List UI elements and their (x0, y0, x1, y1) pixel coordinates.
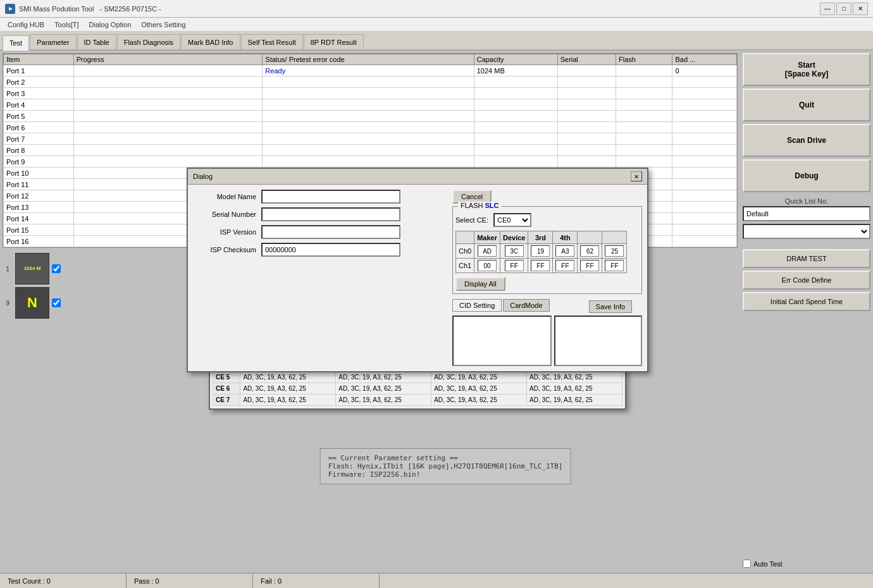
quick-list-input[interactable] (743, 206, 870, 221)
close-button[interactable]: ✕ (853, 3, 868, 15)
flash-section: FLASH SLC Select CE: CE0 (452, 206, 642, 294)
scan-drive-button[interactable]: Scan Drive (743, 124, 870, 157)
menu-dialog-option[interactable]: Dialog Option (84, 20, 137, 30)
window-controls: — □ ✕ (820, 3, 868, 15)
menu-others-setting[interactable]: Others Setting (136, 20, 190, 30)
ch0-3rd[interactable] (531, 245, 550, 257)
card-mode-tab[interactable]: CardMode (503, 299, 549, 312)
ce-select[interactable]: CE0 (493, 213, 531, 227)
initial-card-button[interactable]: Initial Card Spend Time (743, 292, 870, 311)
tab-self-test-result[interactable]: Self Test Result (241, 34, 303, 49)
ch1-4th[interactable] (555, 260, 574, 271)
flash-col-3rd: 3rd (528, 231, 553, 244)
flash-col-5th (578, 231, 602, 244)
main-dialog-titlebar: Dialog ✕ (188, 169, 647, 185)
flash-id-row: CE 6 AD, 3C, 19, A3, 62, 25 AD, 3C, 19, … (213, 383, 622, 395)
serial-number-row: Serial Number (193, 207, 447, 221)
auto-test-row: Auto Test (743, 557, 870, 570)
app-icon: ▶ (5, 4, 15, 14)
isp-checksum-input[interactable] (261, 243, 400, 257)
auto-test-checkbox[interactable] (743, 560, 751, 568)
tab-test[interactable]: Test (3, 35, 29, 51)
fid-ch3-value: AD, 3C, 19, A3, 62, 25 (527, 395, 622, 406)
select-ce-label: Select CE: (455, 216, 488, 224)
ch0-5th[interactable] (580, 245, 599, 257)
ch1-6th[interactable] (605, 260, 624, 271)
sidebar: Start [Space Key] Quit Scan Drive Debug … (740, 51, 873, 573)
statusbar: Test Count : 0 Pass : 0 Fail : 0 (0, 573, 873, 588)
center-panel: Item Progress Status/ Pretest error code… (0, 51, 740, 573)
flash-ch1-label: Ch1 (456, 259, 474, 273)
fid-ch2-value: AD, 3C, 19, A3, 62, 25 (431, 372, 527, 383)
dialog-textarea-right[interactable] (554, 315, 642, 366)
minimize-button[interactable]: — (820, 3, 835, 15)
fid-ch3-value: AD, 3C, 19, A3, 62, 25 (527, 383, 622, 395)
flash-col-4th: 4th (553, 231, 578, 244)
fid-ce-label: CE 7 (213, 395, 240, 406)
cid-setting-tab[interactable]: CID Setting (452, 299, 502, 312)
display-all-button[interactable]: Display All (455, 277, 505, 291)
tabbar: Test Parameter ID Table Flash Diagnosis … (0, 32, 873, 51)
serial-number-input[interactable] (261, 207, 400, 221)
flash-id-table: Maker Device 3rd 4th (455, 231, 627, 273)
main-dialog-close[interactable]: ✕ (631, 171, 642, 181)
isp-version-row: ISP Version (193, 225, 447, 239)
ch0-device[interactable] (505, 245, 524, 257)
fid-ch0-value: AD, 3C, 19, A3, 62, 25 (240, 372, 336, 383)
model-name-row: Model Name (193, 190, 447, 204)
ch0-4th[interactable] (555, 245, 574, 257)
tab-mark-bad-info[interactable]: Mark BAD Info (181, 34, 240, 49)
dialog-bottom-tabs: CID Setting CardMode (452, 299, 550, 312)
flash-id-row: CE 5 AD, 3C, 19, A3, 62, 25 AD, 3C, 19, … (213, 372, 622, 383)
flash-legend: FLASH SLC (458, 202, 502, 209)
isp-checksum-label: ISP Checksum (193, 246, 256, 254)
fid-ch1-value: AD, 3C, 19, A3, 62, 25 (336, 395, 431, 406)
status-fail: Fail : 0 (253, 573, 380, 588)
flash-col-device: Device (500, 231, 528, 244)
fid-ch2-value: AD, 3C, 19, A3, 62, 25 (431, 383, 527, 395)
isp-version-input[interactable] (261, 225, 400, 239)
dialog-overlay: Dialog ✕ Model Name Serial Number (0, 51, 740, 573)
maximize-button[interactable]: □ (836, 3, 851, 15)
debug-button[interactable]: Debug (743, 159, 870, 192)
main-dialog-content: Model Name Serial Number ISP Version (188, 185, 647, 371)
fid-ch0-value: AD, 3C, 19, A3, 62, 25 (240, 395, 336, 406)
ch1-maker[interactable] (478, 260, 497, 271)
isp-version-label: ISP Version (193, 228, 256, 236)
fid-ch3-value: AD, 3C, 19, A3, 62, 25 (527, 372, 622, 383)
flash-id-row: CE 7 AD, 3C, 19, A3, 62, 25 AD, 3C, 19, … (213, 395, 622, 406)
ch1-device[interactable] (505, 260, 524, 271)
fid-ce-label: CE 5 (213, 372, 240, 383)
tab-8p-rdt-result[interactable]: 8P RDT Result (304, 34, 364, 49)
save-info-tab[interactable]: Save Info (589, 300, 632, 313)
dialog-textarea-left[interactable] (452, 315, 552, 366)
fid-ch0-value: AD, 3C, 19, A3, 62, 25 (240, 383, 336, 395)
fid-ch1-value: AD, 3C, 19, A3, 62, 25 (336, 383, 431, 395)
quick-list-label: Quick List No. (743, 197, 870, 205)
ch1-3rd[interactable] (531, 260, 550, 271)
quit-button[interactable]: Quit (743, 89, 870, 121)
ch0-6th[interactable] (605, 245, 624, 257)
menu-config-hub[interactable]: Config HUB (3, 20, 49, 30)
tab-parameter[interactable]: Parameter (30, 34, 76, 49)
main-dialog: Dialog ✕ Model Name Serial Number (187, 168, 648, 372)
tab-flash-diagnosis[interactable]: Flash Diagnosis (117, 34, 180, 49)
err-code-button[interactable]: Err Code Define (743, 271, 870, 290)
start-button[interactable]: Start [Space Key] (743, 53, 870, 86)
serial-number-label: Serial Number (193, 211, 256, 218)
dram-test-button[interactable]: DRAM TEST (743, 249, 870, 268)
menu-tools[interactable]: Tools[T] (49, 20, 84, 30)
ch0-maker[interactable] (478, 245, 497, 257)
main-area: Item Progress Status/ Pretest error code… (0, 51, 873, 573)
flash-ch0-label: Ch0 (456, 244, 474, 259)
isp-checksum-row: ISP Checksum (193, 243, 447, 257)
tab-id-table[interactable]: ID Table (77, 34, 116, 49)
quick-list-section: Quick List No. (743, 197, 870, 239)
titlebar: ▶ SMI Mass Podution Tool - SM2256 P0715C… (0, 0, 873, 18)
model-name-input[interactable] (261, 190, 400, 204)
quick-list-dropdown[interactable] (743, 224, 870, 239)
fid-ch1-value: AD, 3C, 19, A3, 62, 25 (336, 372, 431, 383)
app-title: SMI Mass Podution Tool - SM2256 P0715C - (19, 5, 820, 13)
ch1-5th[interactable] (580, 260, 599, 271)
model-name-label: Model Name (193, 193, 256, 200)
